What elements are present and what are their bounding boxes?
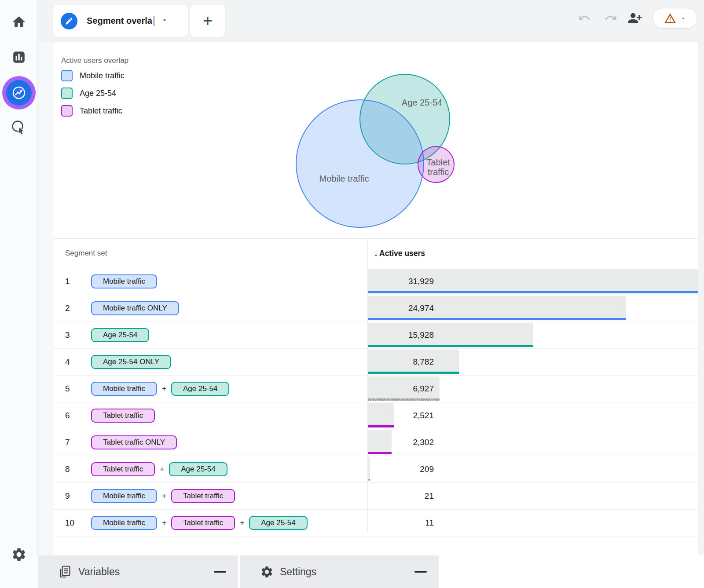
- venn-circle-mobile[interactable]: [296, 100, 424, 227]
- collapse-settings-button[interactable]: [414, 565, 427, 578]
- segment-joiner: +: [162, 519, 166, 527]
- tab-title[interactable]: Segment overla: [87, 16, 152, 26]
- table-row[interactable]: 4Age 25-54 ONLY8,782: [53, 349, 698, 376]
- active-users-value: 209: [368, 456, 434, 482]
- admin-settings-gear-icon[interactable]: [11, 547, 27, 562]
- active-users-cell: 209: [368, 456, 698, 482]
- legend-item: Mobile traffic: [61, 67, 125, 84]
- viz-title: Active users overlap: [61, 56, 128, 65]
- segment-pill-tablet[interactable]: Tablet traffic: [171, 489, 235, 503]
- add-tab-button[interactable]: +: [190, 5, 225, 37]
- redo-icon[interactable]: [604, 11, 617, 26]
- canvas-header-divider: [53, 42, 698, 50]
- warning-triangle-icon: [664, 12, 676, 25]
- legend-item: Tablet traffic: [61, 102, 125, 120]
- legend-swatch-age: [61, 88, 73, 99]
- variables-panel[interactable]: Variables: [38, 555, 238, 588]
- active-users-header-label: Active users: [379, 249, 425, 258]
- advertising-icon[interactable]: [11, 120, 27, 136]
- segment-set-column-header: Segment set: [65, 239, 107, 268]
- segment-pill-tablet[interactable]: Tablet traffic ONLY: [91, 435, 177, 449]
- row-number: 2: [65, 303, 91, 313]
- legend-label: Mobile traffic: [80, 71, 125, 80]
- segment-set-cell: 7Tablet traffic ONLY: [53, 429, 367, 456]
- home-icon[interactable]: [11, 15, 26, 29]
- row-number: 10: [65, 518, 91, 528]
- table-row[interactable]: 3Age 25-5415,928: [53, 322, 698, 349]
- ga4-exploration-window: Segment overla + Age 25-54Mobile traffic…: [0, 0, 704, 588]
- segment-pill-mobile[interactable]: Mobile traffic ONLY: [91, 301, 179, 315]
- table-row[interactable]: 5Mobile traffic+Age 25-546,927: [53, 376, 698, 402]
- segment-pill-age[interactable]: Age 25-54 ONLY: [91, 355, 171, 369]
- segment-pill-mobile[interactable]: Mobile traffic: [91, 489, 157, 503]
- segment-joiner: +: [240, 519, 244, 527]
- chevron-down-icon: [680, 15, 686, 22]
- active-users-value: 21: [368, 483, 434, 509]
- segment-joiner: +: [160, 465, 164, 474]
- row-number: 8: [65, 464, 91, 474]
- table-body: 1Mobile traffic31,9292Mobile traffic ONL…: [53, 268, 698, 537]
- segment-pill-age[interactable]: Age 25-54: [171, 382, 229, 396]
- segment-set-cell: 2Mobile traffic ONLY: [53, 295, 367, 321]
- segment-set-cell: 3Age 25-54: [53, 322, 367, 348]
- active-users-value: 24,974: [368, 295, 434, 321]
- segment-set-cell: 8Tablet traffic+Age 25-54: [53, 456, 367, 482]
- active-users-cell: 21: [368, 483, 698, 509]
- explore-icon: [6, 80, 32, 106]
- segment-pill-age[interactable]: Age 25-54: [91, 328, 149, 342]
- sort-descending-icon: ↓: [374, 249, 378, 258]
- active-users-cell: 11: [368, 510, 698, 536]
- segment-pill-tablet[interactable]: Tablet traffic: [171, 516, 235, 530]
- active-users-column-header[interactable]: ↓ Active users: [374, 239, 425, 268]
- venn-label: Mobile traffic: [319, 174, 369, 183]
- exploration-tab[interactable]: Segment overla: [53, 5, 188, 37]
- collapse-variables-button[interactable]: [213, 565, 227, 578]
- row-number: 3: [65, 330, 91, 340]
- segment-pill-age[interactable]: Age 25-54: [249, 516, 307, 530]
- venn-label: Tablet: [426, 157, 450, 167]
- canvas-left-margin: [38, 42, 53, 555]
- active-users-cell: 24,974: [368, 295, 698, 321]
- table-row[interactable]: 6Tablet traffic2,521: [53, 402, 698, 429]
- segment-pill-tablet[interactable]: Tablet traffic: [91, 462, 155, 476]
- legend-item: Age 25-54: [61, 84, 125, 102]
- segment-pill-tablet[interactable]: Tablet traffic: [91, 409, 155, 423]
- segment-pill-age[interactable]: Age 25-54: [169, 462, 227, 476]
- segment-set-cell: 6Tablet traffic: [53, 402, 367, 429]
- explore-icon-active[interactable]: [2, 76, 36, 110]
- table-row[interactable]: 2Mobile traffic ONLY24,974: [53, 295, 698, 322]
- table-row[interactable]: 9Mobile traffic+Tablet traffic21: [53, 483, 698, 510]
- segment-pill-mobile[interactable]: Mobile traffic: [91, 516, 157, 530]
- tab-chevron-down-icon[interactable]: [161, 16, 169, 26]
- active-users-cell: 2,302: [368, 429, 698, 456]
- warning-status-dropdown[interactable]: [653, 8, 697, 29]
- venn-diagram: Age 25-54Mobile trafficTablettraffic: [53, 50, 698, 238]
- table-row[interactable]: 10Mobile traffic+Tablet traffic+Age 25-5…: [53, 510, 698, 537]
- table-row[interactable]: 7Tablet traffic ONLY2,302: [53, 429, 698, 456]
- reports-icon[interactable]: [12, 50, 26, 64]
- active-users-value: 31,929: [368, 268, 434, 295]
- row-number: 4: [65, 357, 91, 367]
- segment-set-cell: 9Mobile traffic+Tablet traffic: [53, 483, 367, 509]
- segment-pill-mobile[interactable]: Mobile traffic: [91, 382, 157, 396]
- undo-icon[interactable]: [578, 11, 591, 26]
- segment-set-cell: 10Mobile traffic+Tablet traffic+Age 25-5…: [53, 510, 367, 536]
- row-number: 5: [65, 384, 91, 394]
- share-add-user-icon[interactable]: [627, 11, 642, 27]
- variables-label: Variables: [78, 566, 120, 578]
- legend-swatch-mobile: [61, 70, 73, 81]
- active-users-cell: 2,521: [368, 402, 698, 429]
- row-number: 7: [65, 438, 91, 447]
- settings-label: Settings: [280, 566, 316, 578]
- active-users-value: 15,928: [368, 322, 434, 348]
- segment-pill-mobile[interactable]: Mobile traffic: [91, 274, 157, 289]
- table-row[interactable]: 8Tablet traffic+Age 25-54209: [53, 456, 698, 483]
- segment-table: Segment set ↓ Active users 1Mobile traff…: [53, 238, 698, 537]
- legend: Mobile trafficAge 25-54Tablet traffic: [61, 67, 125, 120]
- explore-active-ring: [2, 76, 36, 110]
- table-row[interactable]: 1Mobile traffic31,929: [53, 268, 698, 295]
- settings-panel[interactable]: Settings: [240, 555, 439, 588]
- active-users-cell: 31,929: [368, 268, 698, 295]
- active-users-value: 2,302: [368, 429, 434, 456]
- variables-icon: [58, 565, 72, 579]
